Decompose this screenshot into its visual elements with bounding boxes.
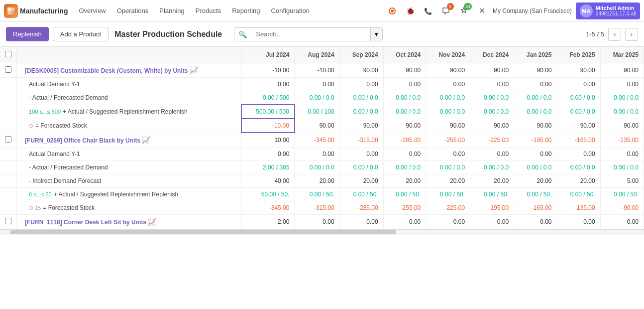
table-cell[interactable]: 0.00 / 0.0 [514,91,557,105]
table-cell[interactable]: 0.00 / 50. [426,187,470,201]
nav-planning[interactable]: Planning [154,5,190,16]
table-cell[interactable]: -225.00 [470,133,514,147]
table-cell[interactable]: 90.00 [426,119,470,133]
table-cell[interactable]: 0.00 [600,78,644,91]
scrollbar-thumb[interactable] [10,230,396,234]
table-cell[interactable]: -135.00 [600,133,644,147]
table-cell[interactable]: 0.00 / 0.0 [426,160,470,174]
table-cell[interactable]: -345.00 [295,133,339,147]
table-cell[interactable]: 0.00 [295,78,339,91]
table-cell[interactable]: -315.00 [295,201,339,214]
table-cell[interactable]: 90.00 [339,119,383,133]
table-cell[interactable]: 0.00 [383,147,426,160]
table-cell[interactable]: 0.00 / 0.0 [470,160,514,174]
table-cell[interactable]: 0.00 [470,147,514,160]
table-cell[interactable]: -285.00 [383,133,426,147]
table-cell[interactable]: 0.00 / 0.0 [295,91,339,105]
table-cell[interactable]: -255.00 [383,201,426,214]
circle-dot-icon[interactable] [385,4,399,18]
row-checkbox-cell[interactable] [0,214,17,229]
table-cell[interactable]: 20.00 [557,174,600,187]
table-cell[interactable]: 0.00 [514,78,557,91]
table-cell[interactable]: 90.00 [557,119,600,133]
table-cell[interactable]: 0.00 / 0.0 [295,160,339,174]
table-cell[interactable]: 0.00 / 0.0 [514,105,557,119]
table-cell[interactable]: -195.00 [514,133,557,147]
chat-icon[interactable]: 5 [439,4,453,18]
table-cell[interactable]: -285.00 [339,201,383,214]
table-cell[interactable]: 0.00 [383,214,426,229]
row-checkbox[interactable] [5,218,11,224]
row-checkbox[interactable] [5,136,11,143]
table-cell[interactable]: -315.00 [339,133,383,147]
table-cell[interactable]: 90.00 [383,63,426,78]
table-cell[interactable]: 0.00 / 50. [383,187,426,201]
table-cell[interactable]: 0.00 [557,147,600,160]
table-cell[interactable]: 0.00 / 0.0 [514,160,557,174]
table-cell[interactable]: 0.00 / 0.0 [470,91,514,105]
table-cell[interactable]: 0.00 / 0.0 [339,105,383,119]
table-cell[interactable]: 0.00 [557,214,600,229]
table-cell[interactable]: 0.00 [295,214,339,229]
page-next-button[interactable]: › [625,28,638,41]
table-cell[interactable]: 20.00 [426,174,470,187]
product-label[interactable]: [FURN_0269] Office Chair Black by Units … [17,133,242,147]
page-prev-button[interactable]: ‹ [608,28,621,41]
table-cell[interactable]: 0.00 [600,147,644,160]
table-cell[interactable]: -90.00 [600,201,644,214]
table-cell[interactable]: 0.00 / 0.0 [339,91,383,105]
table-cell[interactable]: -10.00 [241,63,295,78]
header-select-all[interactable] [0,47,17,63]
nav-configuration[interactable]: Configuration [266,5,315,16]
replenish-button[interactable]: Replenish [6,27,49,41]
table-cell[interactable]: 0.00 / 0.0 [557,160,600,174]
table-cell[interactable]: 40.00 [241,174,295,187]
user-menu[interactable]: MA Mitchell Admin 64981251-17-0-all [576,2,640,19]
table-cell[interactable]: 20.00 [514,174,557,187]
table-cell[interactable]: 2.00 / 365 [241,160,295,174]
row-checkbox-cell[interactable] [0,133,17,147]
table-cell[interactable]: -135.00 [557,201,600,214]
table-cell[interactable]: 0.00 / 50. [557,187,600,201]
table-cell[interactable]: 20.00 [383,174,426,187]
table-cell[interactable]: -10.00 [295,63,339,78]
table-cell[interactable]: 5.00 [600,174,644,187]
table-cell[interactable]: 0.00 / 0.0 [600,105,644,119]
table-cell[interactable]: 2.00 [241,214,295,229]
bug-icon[interactable]: 🐞 [403,4,417,18]
table-cell[interactable]: 0.00 [339,214,383,229]
table-cell[interactable]: 0.00 [241,147,295,160]
row-checkbox-cell[interactable] [0,63,17,78]
search-dropdown-button[interactable]: ▾ [370,28,382,41]
table-cell[interactable]: 20.00 [339,174,383,187]
table-cell[interactable]: 0.00 [514,214,557,229]
table-cell[interactable]: 0.00 / 50. [295,187,339,201]
table-cell[interactable]: 0.00 [426,214,470,229]
table-cell[interactable]: 90.00 [600,119,644,133]
table-cell[interactable]: 90.00 [295,119,339,133]
table-cell[interactable]: 0.00 [339,147,383,160]
table-cell[interactable]: 0.00 / 0.0 [557,91,600,105]
nav-operations[interactable]: Operations [112,5,154,16]
table-cell[interactable]: 0.00 [470,78,514,91]
search-input[interactable] [251,28,370,41]
table-cell[interactable]: 0.00 / 50. [339,187,383,201]
table-cell[interactable]: -165.00 [557,133,600,147]
table-cell[interactable]: 90.00 [600,63,644,78]
select-all-checkbox[interactable] [5,51,11,57]
table-container[interactable]: Jul 2024 Aug 2024 Sep 2024 Oct 2024 Nov … [0,47,644,309]
table-cell[interactable]: 0.00 [295,147,339,160]
table-cell[interactable]: -195.00 [470,201,514,214]
table-cell[interactable]: 0.00 / 0.0 [470,105,514,119]
table-cell[interactable]: 0.00 [241,78,295,91]
table-cell[interactable]: 0.00 / 0.0 [383,160,426,174]
table-cell[interactable]: 0.00 / 0.0 [383,105,426,119]
table-cell[interactable]: 90.00 [383,119,426,133]
table-cell[interactable]: -225.00 [426,201,470,214]
table-cell[interactable]: 0.00 [339,78,383,91]
add-product-button[interactable]: Add a Product [53,27,108,41]
table-cell[interactable]: 0.00 / 50. [600,187,644,201]
table-cell[interactable]: 0.00 [600,214,644,229]
table-cell[interactable]: 90.00 [514,119,557,133]
table-cell[interactable]: 50.00 / 50. [241,187,295,201]
